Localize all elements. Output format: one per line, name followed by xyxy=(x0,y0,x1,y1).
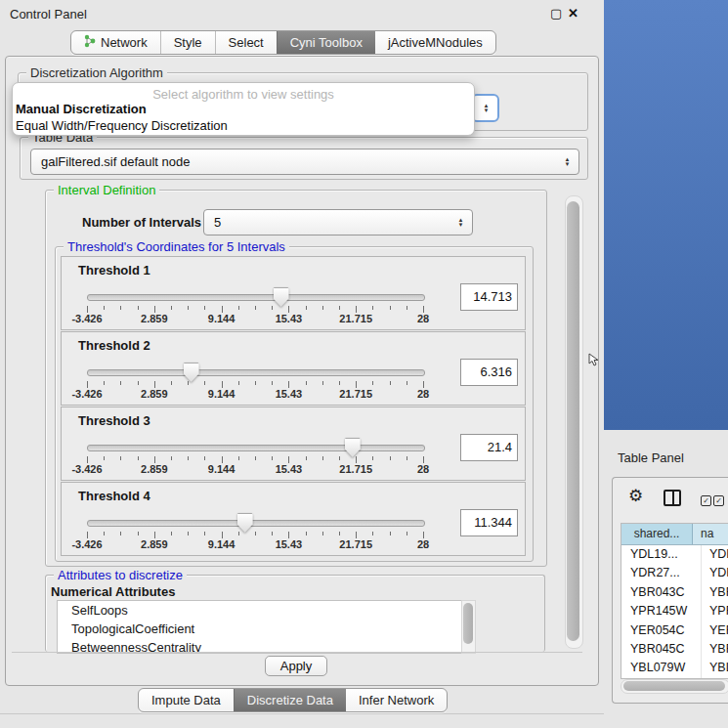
tick-mark xyxy=(188,306,189,310)
slider-thumb[interactable] xyxy=(274,287,289,306)
number-of-intervals-value: 5 xyxy=(204,215,456,230)
tick-mark xyxy=(372,456,373,460)
apply-button[interactable]: Apply xyxy=(265,656,327,676)
tick-label: 15.43 xyxy=(259,463,318,475)
threshold-label: Threshold 2 xyxy=(78,338,150,353)
checkbox-icon[interactable]: ✓ xyxy=(713,495,724,506)
table-data-combobox[interactable]: galFiltered.sif default node ▲▼ xyxy=(30,149,579,175)
tick-mark xyxy=(288,532,289,538)
tick-mark xyxy=(423,532,424,538)
tab-select[interactable]: Select xyxy=(215,31,277,54)
tick-mark xyxy=(407,306,407,310)
gear-icon[interactable]: ⚙ xyxy=(628,486,643,506)
slider-thumb[interactable] xyxy=(184,363,199,381)
tab-infer-network[interactable]: Infer Network xyxy=(346,689,447,711)
tick-mark xyxy=(407,532,407,535)
number-of-intervals-combobox[interactable]: 5 ▲▼ xyxy=(203,209,473,236)
tab-impute-data[interactable]: Impute Data xyxy=(139,689,234,711)
tick-mark xyxy=(306,532,307,535)
table-row[interactable]: YER054CYER0 xyxy=(621,621,728,640)
combobox-stepper-icon[interactable]: ▲▼ xyxy=(563,157,572,167)
numerical-attributes-label: Numerical Attributes xyxy=(51,584,175,599)
threshold-value-field[interactable]: 21.4 xyxy=(460,434,518,461)
tick-mark xyxy=(390,306,391,310)
tick-mark xyxy=(204,532,205,535)
tick-mark xyxy=(204,381,205,385)
threshold-value-field[interactable]: 11.344 xyxy=(460,509,518,536)
checkbox-icon[interactable]: ✓ xyxy=(701,495,711,506)
combobox-stepper-icon[interactable]: ▲▼ xyxy=(482,104,491,113)
network-window-frame[interactable]: GAL80GACGAL11GAL4GCY1HHAP2 xyxy=(604,0,728,430)
attributes-list-scrollbar[interactable] xyxy=(461,600,476,654)
tick-mark xyxy=(171,532,172,535)
table-hscrollbar[interactable] xyxy=(621,679,728,694)
cell-name: YDR2 xyxy=(702,564,728,582)
tick-label: 9.144 xyxy=(193,313,251,324)
tick-label: -3.426 xyxy=(58,463,116,475)
tick-label: 28 xyxy=(394,538,452,550)
threshold-panel-2: Threshold 2-3.4262.8599.14415.4321.71528… xyxy=(61,331,526,406)
tab-style[interactable]: Style xyxy=(160,31,215,54)
tick-mark xyxy=(238,532,239,535)
tick-mark xyxy=(306,456,307,460)
tab-label: Impute Data xyxy=(151,693,221,707)
tick-mark xyxy=(288,456,289,463)
dropdown-option-equal-width[interactable]: Equal Width/Frequency Discretization xyxy=(16,118,228,133)
tick-mark xyxy=(138,306,139,310)
slider-track[interactable] xyxy=(87,369,425,376)
algorithm-combobox[interactable]: ▲▼ xyxy=(471,94,499,122)
table-row[interactable]: YBR045CYBR0 xyxy=(621,640,728,659)
slider-track[interactable] xyxy=(87,445,425,451)
tick-mark xyxy=(87,532,88,538)
tick-label: 28 xyxy=(394,313,452,324)
slider-thumb[interactable] xyxy=(237,513,253,532)
tick-label: 28 xyxy=(394,388,452,400)
tab-jactivemnodules[interactable]: jActiveMNodules xyxy=(375,31,495,54)
tick-mark xyxy=(372,381,373,385)
slider-track[interactable] xyxy=(87,294,425,301)
threshold-panel-1: Threshold 1-3.4262.8599.14415.4321.71528… xyxy=(61,256,526,330)
column-header-shared-name[interactable]: shared... xyxy=(621,524,693,544)
dropdown-option-manual[interactable]: Manual Discretization xyxy=(16,102,147,116)
table-row[interactable]: YDL19...YDL1 xyxy=(621,545,728,564)
table-row[interactable]: YBR043CYBR0 xyxy=(621,583,728,602)
table-row[interactable]: YDR27...YDR2 xyxy=(621,564,728,582)
settings-scrollbar-thumb[interactable] xyxy=(567,201,579,641)
threshold-value-field[interactable]: 14.713 xyxy=(460,283,518,311)
tick-label: 21.715 xyxy=(326,388,385,400)
combobox-stepper-icon[interactable]: ▲▼ xyxy=(456,218,465,228)
threshold-panel-4: Threshold 4-3.4262.8599.14415.4321.71528… xyxy=(61,482,526,556)
list-item[interactable]: TopologicalCoefficient xyxy=(58,620,462,638)
tick-label: 21.715 xyxy=(326,313,385,324)
threshold-value-field[interactable]: 6.316 xyxy=(460,359,518,386)
panel-title: Control Panel xyxy=(10,7,87,21)
bottom-tab-bar: Impute DataDiscretize DataInfer Network xyxy=(138,688,448,712)
node-table[interactable]: shared... na YDL19...YDL1YDR27...YDR2YBR… xyxy=(621,523,728,679)
settings-scrollbar[interactable] xyxy=(565,195,583,649)
tab-discretize-data[interactable]: Discretize Data xyxy=(234,689,346,711)
table-row[interactable]: YPR145WYPR1 xyxy=(621,602,728,621)
tick-label: 21.715 xyxy=(326,463,385,475)
cell-name: YDL1 xyxy=(702,545,728,564)
tick-label: 2.859 xyxy=(125,538,184,550)
checkbox-icons[interactable]: ✓✓ xyxy=(699,490,724,507)
tab-cyni-toolbox[interactable]: Cyni Toolbox xyxy=(277,31,375,54)
cell-name: YBR0 xyxy=(702,583,728,602)
float-window-icon[interactable]: ▢ xyxy=(550,6,562,21)
table-hscrollbar-thumb[interactable] xyxy=(623,681,725,691)
slider-thumb-shape xyxy=(345,438,361,457)
cell-shared-name: YER054C xyxy=(621,621,702,640)
close-icon[interactable]: ✕ xyxy=(568,6,578,21)
numerical-attributes-list[interactable]: SelfLoopsTopologicalCoefficientBetweenne… xyxy=(57,600,463,654)
tab-label: jActiveMNodules xyxy=(388,35,483,50)
slider-track[interactable] xyxy=(87,520,425,527)
column-header-name[interactable]: na xyxy=(693,524,728,544)
attributes-list-scrollbar-thumb[interactable] xyxy=(463,603,473,644)
column-split-icon[interactable] xyxy=(664,490,681,506)
tab-network[interactable]: Network xyxy=(71,31,160,54)
list-item[interactable]: SelfLoops xyxy=(58,601,462,620)
number-of-intervals-label: Number of Intervals xyxy=(82,215,201,230)
table-row[interactable]: YBL079WYBL0 xyxy=(621,659,728,677)
slider-thumb[interactable] xyxy=(345,438,361,456)
tick-mark xyxy=(204,456,205,460)
